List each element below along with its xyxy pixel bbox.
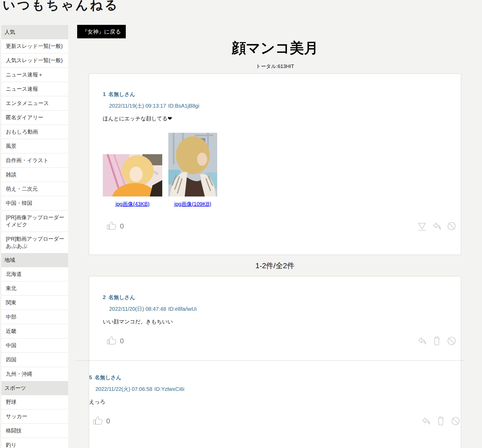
post-actions bbox=[417, 336, 457, 346]
post-number: 2 bbox=[103, 294, 106, 300]
post-footer: 0 bbox=[103, 335, 457, 347]
post-body: いい顔マンコだ。きもちいい bbox=[103, 318, 457, 325]
post-5: 5名無しさん 2022/11/22(火) 07:06:58ID:YztwxCi6… bbox=[75, 360, 465, 448]
sidebar-item[interactable]: 格闘技 bbox=[1, 424, 68, 438]
sidebar-item[interactable]: ニュース速報 bbox=[1, 82, 68, 96]
post-photo-1[interactable] bbox=[103, 154, 162, 196]
sidebar-item[interactable]: 野球 bbox=[1, 395, 68, 409]
pagination-label: 1-2件/全2件 bbox=[89, 261, 461, 271]
reply-icon[interactable] bbox=[421, 416, 431, 426]
total-hit-counter: トータル:613HIT bbox=[89, 63, 461, 70]
sidebar-item[interactable]: [PR]動画アップローダー あぷあぷ bbox=[1, 232, 68, 253]
sidebar-item[interactable]: 中部 bbox=[1, 310, 68, 324]
sidebar-section-header: スポーツ bbox=[1, 381, 68, 395]
sidebar-item[interactable]: 更新スレッド一覧(一般) bbox=[1, 39, 68, 53]
sidebar-item[interactable]: 四国 bbox=[1, 353, 68, 367]
thumbs-up-icon bbox=[92, 415, 104, 427]
sidebar-item[interactable]: 萌え・二次元 bbox=[1, 182, 68, 196]
sidebar-item[interactable]: サッカー bbox=[1, 409, 68, 424]
post-user-id: ID:YztwxCi6i bbox=[154, 386, 184, 392]
post-datetime: 2022/11/22(火) 07:06:58ID:YztwxCi6i bbox=[95, 386, 461, 393]
attachment-row: jpg画像(43KB) bbox=[103, 133, 457, 208]
like-count: 0 bbox=[106, 417, 110, 425]
post-card-replies: 2名無しさん 2022/11/20(日) 08:47:48ID:e8fa/iwU… bbox=[89, 276, 461, 448]
thread-main: 顔マンコ美月 トータル:613HIT 1名無しさん 2022/11/19(土) … bbox=[89, 40, 461, 448]
sidebar-item[interactable]: 北海道 bbox=[1, 267, 68, 281]
post-number: 1 bbox=[103, 91, 106, 97]
post-date-text: 2022/11/19(土) 09:13:17 bbox=[109, 103, 166, 109]
sidebar-section-header: 地域 bbox=[1, 253, 68, 267]
delete-icon[interactable] bbox=[432, 336, 442, 346]
post-header: 5名無しさん bbox=[89, 374, 461, 381]
post-date-text: 2022/11/20(日) 08:47:48 bbox=[109, 306, 166, 312]
like-count: 0 bbox=[120, 222, 124, 230]
scroll-to-bottom-icon[interactable] bbox=[417, 221, 427, 231]
attachment-1: jpg画像(43KB) bbox=[103, 154, 162, 208]
post-number: 5 bbox=[89, 374, 92, 380]
block-icon[interactable] bbox=[446, 221, 457, 231]
sidebar-item[interactable]: 釣り bbox=[1, 438, 68, 448]
post-actions bbox=[417, 221, 457, 231]
sidebar-item[interactable]: おもしろ動画 bbox=[1, 125, 68, 139]
sidebar-item[interactable]: ニュース速報＋ bbox=[1, 68, 68, 82]
post-datetime: 2022/11/19(土) 09:13:17ID:BsA1jB8gi bbox=[109, 102, 457, 109]
post-1: 1名無しさん 2022/11/19(土) 09:13:17ID:BsA1jB8g… bbox=[89, 74, 461, 255]
like-count: 0 bbox=[120, 337, 124, 345]
post-footer: 0 bbox=[103, 220, 457, 232]
post-author-name[interactable]: 名無しさん bbox=[95, 374, 121, 380]
thread-title: 顔マンコ美月 bbox=[89, 40, 461, 56]
post-footer: 0 bbox=[89, 415, 461, 427]
block-icon[interactable] bbox=[450, 416, 461, 426]
block-icon[interactable] bbox=[446, 336, 457, 346]
like-button[interactable]: 0 bbox=[106, 220, 124, 232]
like-button[interactable]: 0 bbox=[92, 415, 110, 427]
thumbs-up-icon bbox=[106, 220, 118, 232]
attachment-link-2[interactable]: jpg画像(109KB) bbox=[174, 200, 211, 208]
reply-icon[interactable] bbox=[417, 336, 427, 346]
reply-icon[interactable] bbox=[432, 221, 442, 231]
sidebar-item[interactable]: 東北 bbox=[1, 281, 68, 296]
post-header: 2名無しさん bbox=[103, 294, 457, 301]
sidebar-item[interactable]: 匿名ダイアリー bbox=[1, 111, 68, 125]
post-header: 1名無しさん bbox=[103, 91, 457, 98]
sidebar: 人気更新スレッド一覧(一般)人気スレッド一覧(一般)ニュース速報＋ニュース速報エ… bbox=[1, 25, 68, 448]
delete-icon[interactable] bbox=[435, 416, 446, 426]
thumbs-up-icon bbox=[106, 335, 118, 347]
post-date-text: 2022/11/22(火) 07:06:58 bbox=[95, 386, 152, 392]
sidebar-item[interactable]: 関東 bbox=[1, 296, 68, 310]
post-body: えっろ bbox=[89, 398, 461, 405]
sidebar-item[interactable]: [PR]画像アップローダー イメピク bbox=[1, 211, 68, 232]
sidebar-item[interactable]: エンタメニュース bbox=[1, 96, 68, 111]
site-logo[interactable]: いつもちゃんねる bbox=[3, 0, 119, 13]
sidebar-item[interactable]: 中国・韓国 bbox=[1, 196, 68, 211]
sidebar-item[interactable]: 近畿 bbox=[1, 324, 68, 339]
post-author-name[interactable]: 名無しさん bbox=[108, 91, 135, 97]
sidebar-item[interactable]: 雑談 bbox=[1, 168, 68, 182]
post-actions bbox=[421, 416, 461, 426]
post-photo-2[interactable] bbox=[168, 133, 217, 196]
sidebar-item[interactable]: 中国 bbox=[1, 339, 68, 353]
sidebar-item[interactable]: 九州・沖縄 bbox=[1, 367, 68, 381]
post-user-id: ID:e8fa/iwUi bbox=[168, 306, 197, 312]
sidebar-item[interactable]: 自作画・イラスト bbox=[1, 153, 68, 168]
post-body: ほんとにエッチな顔してる❤ bbox=[103, 115, 457, 122]
attachment-link-1[interactable]: jpg画像(43KB) bbox=[115, 200, 150, 208]
post-card-op: 1名無しさん 2022/11/19(土) 09:13:17ID:BsA1jB8g… bbox=[89, 74, 461, 255]
post-author-name[interactable]: 名無しさん bbox=[108, 294, 135, 300]
post-user-id: ID:BsA1jB8gi bbox=[168, 103, 199, 109]
sidebar-item[interactable]: 風景 bbox=[1, 139, 68, 153]
attachment-2: jpg画像(109KB) bbox=[168, 133, 217, 208]
sidebar-item[interactable]: 人気スレッド一覧(一般) bbox=[1, 53, 68, 68]
post-2: 2名無しさん 2022/11/20(日) 08:47:48ID:e8fa/iwU… bbox=[89, 276, 461, 360]
like-button[interactable]: 0 bbox=[106, 335, 124, 347]
sidebar-section-header: 人気 bbox=[1, 25, 68, 39]
back-to-board-button[interactable]: 『女神』に戻る bbox=[77, 25, 126, 38]
post-datetime: 2022/11/20(日) 08:47:48ID:e8fa/iwUi bbox=[109, 305, 457, 313]
